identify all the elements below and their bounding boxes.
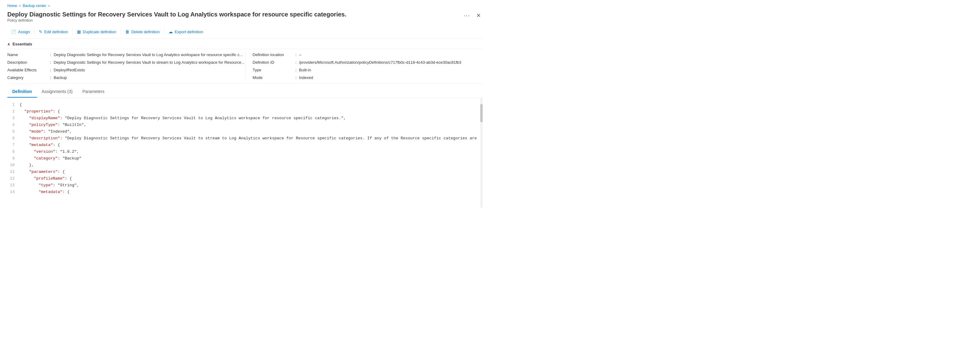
- breadcrumb-home[interactable]: Home: [7, 4, 17, 8]
- essentials-label: Essentials: [13, 42, 32, 46]
- essentials-left: Name : Deploy Diagnostic Settings for Re…: [7, 52, 245, 81]
- code-line: "category": "Backup": [19, 155, 483, 162]
- line-numbers: 1234567891011121314: [7, 101, 19, 204]
- tab-assignments--3-[interactable]: Assignments (3): [37, 86, 78, 98]
- duplicate-icon: ▦: [77, 29, 81, 34]
- field-label: Type: [253, 68, 296, 72]
- line-number: 5: [7, 128, 15, 135]
- edit-definition-button[interactable]: ✎ Edit definition: [35, 27, 72, 36]
- field-row: Definition ID : /providers/Microsoft.Aut…: [253, 59, 483, 66]
- page-subtitle: Policy definition: [7, 18, 462, 22]
- field-label: Description: [7, 60, 50, 65]
- line-number: 1: [7, 101, 15, 108]
- toolbar: 📄 Assign ✎ Edit definition ▦ Duplicate d…: [7, 27, 483, 39]
- code-line: "metadata": {: [19, 142, 483, 149]
- field-label: Definition location: [253, 52, 296, 57]
- essentials-header: ∧ Essentials: [7, 39, 483, 49]
- essentials-grid: Name : Deploy Diagnostic Settings for Re…: [7, 49, 483, 84]
- field-value: Backup: [54, 75, 67, 80]
- line-number: 4: [7, 122, 15, 128]
- breadcrumb-chevron-2: >: [48, 4, 50, 8]
- code-line: "policyType": "BuiltIn",: [19, 122, 483, 128]
- line-number: 6: [7, 135, 15, 142]
- field-label: Available Effects: [7, 68, 50, 72]
- field-sep: :: [296, 75, 297, 80]
- code-line: "properties": {: [19, 108, 483, 115]
- field-label: Mode: [253, 75, 296, 80]
- line-number: 13: [7, 182, 15, 189]
- field-row: Definition location : --: [253, 52, 483, 58]
- page-title: Deploy Diagnostic Settings for Recovery …: [7, 10, 450, 18]
- field-row: Name : Deploy Diagnostic Settings for Re…: [7, 52, 245, 58]
- line-number: 12: [7, 175, 15, 182]
- field-value: --: [299, 52, 302, 57]
- line-number: 9: [7, 155, 15, 162]
- field-value: DeployIfNotExists: [54, 68, 85, 72]
- breadcrumb: Home > Backup center >: [7, 4, 483, 8]
- line-number: 2: [7, 108, 15, 115]
- page-header: Deploy Diagnostic Settings for Recovery …: [7, 10, 483, 26]
- field-sep: :: [296, 68, 297, 72]
- code-content: { "properties": { "displayName": "Deploy…: [19, 101, 483, 204]
- delete-icon: 🗑: [125, 29, 129, 34]
- title-area: Deploy Diagnostic Settings for Recovery …: [7, 10, 462, 26]
- toolbar-sep-1: [34, 28, 35, 35]
- delete-definition-button[interactable]: 🗑 Delete definition: [121, 27, 163, 36]
- assign-icon: 📄: [11, 29, 16, 34]
- export-label: Export definition: [175, 30, 203, 34]
- scrollbar-track[interactable]: [480, 98, 483, 207]
- field-row: Category : Backup: [7, 74, 245, 81]
- toolbar-sep-2: [72, 28, 73, 35]
- field-row: Available Effects : DeployIfNotExists: [7, 67, 245, 73]
- line-number: 11: [7, 169, 15, 175]
- toolbar-sep-4: [164, 28, 164, 35]
- breadcrumb-backup[interactable]: Backup center: [22, 4, 46, 8]
- export-icon: ☁: [169, 29, 173, 34]
- export-definition-button[interactable]: ☁ Export definition: [165, 27, 207, 36]
- breadcrumb-chevron-1: >: [19, 4, 21, 8]
- field-value: Deploy Diagnostic Settings for Recovery …: [54, 60, 245, 65]
- field-sep: :: [50, 52, 51, 57]
- field-value: Indexed: [299, 75, 313, 80]
- delete-label: Delete definition: [131, 30, 160, 34]
- duplicate-label: Duplicate definition: [83, 30, 116, 34]
- line-number: 14: [7, 189, 15, 195]
- field-value: Built-in: [299, 68, 311, 72]
- more-options-button[interactable]: ···: [462, 12, 472, 19]
- assign-button[interactable]: 📄 Assign: [7, 27, 33, 36]
- field-sep: :: [50, 60, 51, 65]
- code-line: "metadata": {: [19, 189, 483, 195]
- tab-parameters[interactable]: Parameters: [78, 86, 109, 98]
- code-line: "profileName": {: [19, 175, 483, 182]
- essentials-right: Definition location : --Definition ID : …: [245, 52, 483, 81]
- field-row: Type : Built-in: [253, 67, 483, 73]
- line-number: 10: [7, 162, 15, 169]
- edit-icon: ✎: [39, 29, 43, 34]
- field-label: Name: [7, 52, 50, 57]
- essentials-chevron-icon: ∧: [7, 42, 10, 46]
- code-area: 1234567891011121314 { "properties": { "d…: [7, 98, 483, 207]
- code-line: "description": "Deploy Diagnostic Settin…: [19, 135, 483, 142]
- tab-definition[interactable]: Definition: [7, 86, 37, 98]
- field-row: Mode : Indexed: [253, 74, 483, 81]
- field-value: /providers/Microsoft.Authorization/polic…: [299, 60, 461, 65]
- field-sep: :: [50, 75, 51, 80]
- close-button[interactable]: ✕: [474, 11, 483, 19]
- field-sep: :: [296, 60, 297, 65]
- duplicate-definition-button[interactable]: ▦ Duplicate definition: [73, 27, 120, 36]
- tabs-bar: DefinitionAssignments (3)Parameters: [7, 86, 483, 98]
- field-sep: :: [296, 52, 297, 57]
- field-value: Deploy Diagnostic Settings for Recovery …: [54, 52, 243, 57]
- code-line: "parameters": {: [19, 169, 483, 175]
- toolbar-sep-3: [121, 28, 121, 35]
- field-sep: :: [50, 68, 51, 72]
- code-line: "version": "1.0.2",: [19, 149, 483, 155]
- code-line: },: [19, 162, 483, 169]
- field-label: Definition ID: [253, 60, 296, 65]
- field-row: Description : Deploy Diagnostic Settings…: [7, 59, 245, 66]
- scrollbar-thumb[interactable]: [480, 104, 483, 122]
- code-line: "mode": "Indexed",: [19, 128, 483, 135]
- line-number: 3: [7, 115, 15, 122]
- code-line: {: [19, 101, 483, 108]
- header-actions: ··· ✕: [462, 11, 483, 19]
